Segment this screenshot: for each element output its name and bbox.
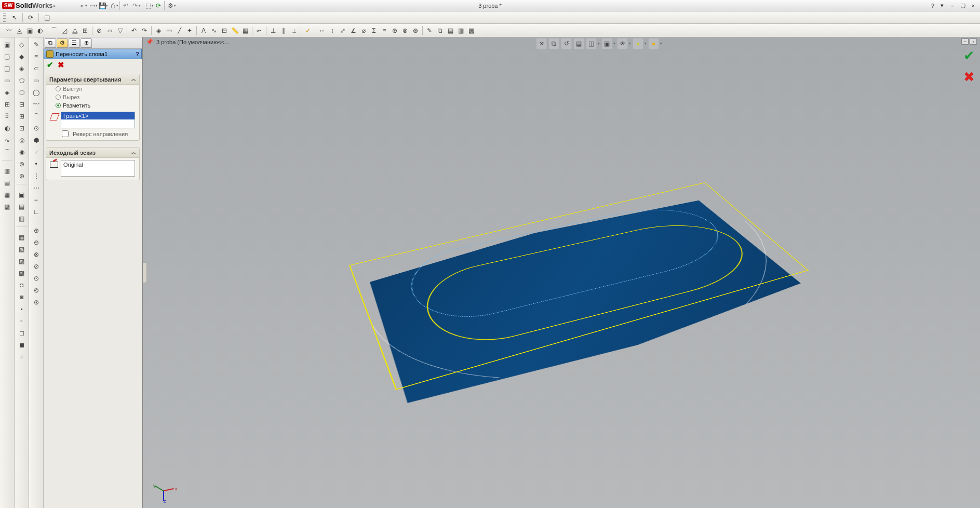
viewport-ok-button[interactable]: ✔ — [963, 48, 975, 64]
vt-a13-icon[interactable]: ▦ — [2, 190, 12, 200]
axis-icon[interactable]: ╱ — [174, 26, 184, 35]
mirror-icon[interactable]: ⧋ — [70, 26, 79, 35]
vt-b7-icon[interactable]: ⊞ — [17, 111, 27, 122]
vt-b10-icon[interactable]: ◉ — [17, 147, 27, 157]
vt-b5-icon[interactable]: ⬡ — [17, 87, 27, 98]
vt-c12-icon[interactable]: ⋮ — [31, 171, 42, 181]
reverse-checkbox[interactable]: Реверс направления — [46, 128, 139, 137]
vt-b21-icon[interactable]: ◙ — [17, 292, 27, 302]
vt-c15-icon[interactable]: ∟ — [31, 207, 42, 217]
brand-menu-arrow-icon[interactable]: ▸ — [53, 3, 56, 8]
chamfer-icon[interactable]: ◿ — [60, 26, 69, 35]
minimize-button[interactable]: – — [948, 2, 957, 10]
loft-icon[interactable]: ◬ — [15, 26, 24, 35]
curve-icon[interactable]: ∿ — [209, 26, 219, 35]
feature-help-button[interactable]: ? — [136, 51, 139, 57]
zoom-area-icon[interactable]: ⧉ — [549, 38, 559, 49]
vt-c21-icon[interactable]: ⊚ — [31, 285, 42, 296]
zoom-fit-icon[interactable]: ⤧ — [536, 38, 547, 49]
vt-c7-icon[interactable]: ⌒ — [31, 111, 42, 122]
scene-icon[interactable]: ● — [649, 38, 659, 49]
ok-button[interactable]: ✔ — [47, 60, 53, 70]
face-selection-box[interactable]: Грань<1> — [61, 112, 135, 128]
vt-c18-icon[interactable]: ⊗ — [31, 249, 42, 260]
vt-b12-icon[interactable]: ⊛ — [17, 171, 27, 181]
appearance-icon[interactable]: ● — [633, 38, 643, 49]
vt-c1-icon[interactable]: ✎ — [31, 39, 42, 50]
d10-icon[interactable]: ⊛ — [411, 26, 420, 35]
vt-a5-icon[interactable]: ◈ — [2, 87, 12, 98]
text-icon[interactable]: A — [199, 26, 208, 35]
pattern-icon[interactable]: ⊞ — [80, 26, 90, 35]
vt-b18-icon[interactable]: ▨ — [17, 256, 27, 266]
vt-b8-icon[interactable]: ⊡ — [17, 123, 27, 133]
t2-icon[interactable]: ∥ — [279, 26, 288, 35]
vt-c10-icon[interactable]: ⟋ — [31, 147, 42, 157]
vt-c14-icon[interactable]: ⌐ — [31, 195, 42, 205]
d5-icon[interactable]: ⌀ — [359, 26, 368, 35]
vt-b6-icon[interactable]: ⊟ — [17, 99, 27, 110]
measure-icon[interactable]: 📏 — [230, 26, 239, 35]
shell-icon[interactable]: ▱ — [105, 26, 114, 35]
view-orient2-icon[interactable]: ◫ — [586, 38, 597, 49]
vt-b11-icon[interactable]: ⊚ — [17, 159, 27, 169]
panel-drag-handle[interactable] — [143, 262, 147, 283]
eval2-icon[interactable]: ⧉ — [435, 26, 445, 35]
vt-b25-icon[interactable]: ◼ — [17, 340, 27, 350]
d4-icon[interactable]: ∡ — [348, 26, 358, 35]
tab-configmgr[interactable]: ☰ — [69, 38, 80, 48]
vt-a6-icon[interactable]: ⊞ — [2, 99, 12, 110]
vt-a2-icon[interactable]: ▢ — [2, 51, 12, 62]
vt-a11-icon[interactable]: ▥ — [2, 166, 12, 176]
vt-a10-icon[interactable]: ⌒ — [2, 147, 12, 157]
eval5-icon[interactable]: ▩ — [466, 26, 476, 35]
eval3-icon[interactable]: ▤ — [446, 26, 455, 35]
vt-b19-icon[interactable]: ▩ — [17, 268, 27, 278]
vt-c3-icon[interactable]: ⊂ — [31, 63, 42, 74]
vt-b20-icon[interactable]: ◘ — [17, 280, 27, 290]
vt-a12-icon[interactable]: ▤ — [2, 178, 12, 188]
vt-b22-icon[interactable]: ▪ — [17, 304, 27, 314]
vt-a3-icon[interactable]: ◫ — [2, 63, 12, 74]
plane-icon[interactable]: ▭ — [164, 26, 173, 35]
toolbar-grip[interactable] — [3, 14, 6, 22]
rebuild-icon[interactable]: ⟳ — [154, 1, 163, 10]
vt-a7-icon[interactable]: ⠿ — [2, 111, 12, 122]
tab-dimxpert[interactable]: ⊕ — [80, 38, 92, 48]
t3-icon[interactable]: ⟂ — [289, 26, 299, 35]
mdi-max-button[interactable]: ▫ — [970, 38, 977, 45]
eval4-icon[interactable]: ▥ — [456, 26, 465, 35]
vt-b13-icon[interactable]: ▣ — [17, 190, 27, 200]
undo2-icon[interactable]: ↶ — [129, 26, 139, 35]
display-style-icon[interactable]: ▣ — [602, 38, 612, 49]
vt-c19-icon[interactable]: ⊘ — [31, 261, 42, 272]
tab-featuretree[interactable]: ⧉ — [45, 38, 56, 48]
view-orient-icon[interactable]: ◫ — [42, 13, 51, 22]
wrap-icon[interactable]: ⤺ — [254, 26, 264, 35]
vt-a4-icon[interactable]: ▭ — [2, 75, 12, 86]
vt-b1-icon[interactable]: ◇ — [17, 39, 27, 50]
vt-b23-icon[interactable]: ▫ — [17, 316, 27, 326]
radio-cut[interactable]: Вырез — [46, 93, 139, 101]
radio-extrude[interactable]: Выступ — [46, 85, 139, 93]
undo-icon[interactable]: ↶ — [121, 1, 130, 10]
vt-a14-icon[interactable]: ▩ — [2, 202, 12, 212]
d1-icon[interactable]: ↔ — [317, 26, 327, 35]
vt-b17-icon[interactable]: ▧ — [17, 244, 27, 255]
vt-c22-icon[interactable]: ⊛ — [31, 297, 42, 308]
redo2-icon[interactable]: ↷ — [140, 26, 149, 35]
fillet-icon[interactable]: ⌒ — [49, 26, 59, 35]
tab-propertymgr[interactable]: ⚙ — [57, 38, 68, 48]
close-button[interactable]: × — [969, 2, 978, 10]
radio-scribe[interactable]: Разметить — [46, 101, 139, 110]
pin-icon[interactable]: 📌 — [146, 38, 153, 45]
face-selection-item[interactable]: Грань<1> — [61, 112, 135, 119]
maximize-button[interactable]: ▢ — [958, 2, 968, 10]
collapse-icon[interactable]: ︽ — [131, 76, 136, 83]
vt-b26-icon[interactable]: ◽ — [17, 352, 27, 362]
hole-icon[interactable]: ⊘ — [95, 26, 104, 35]
vt-c20-icon[interactable]: ⊙ — [31, 273, 42, 284]
prev-view-icon[interactable]: ↺ — [561, 38, 572, 49]
section-icon[interactable]: ▤ — [574, 38, 584, 49]
vt-b9-icon[interactable]: ◎ — [17, 135, 27, 145]
